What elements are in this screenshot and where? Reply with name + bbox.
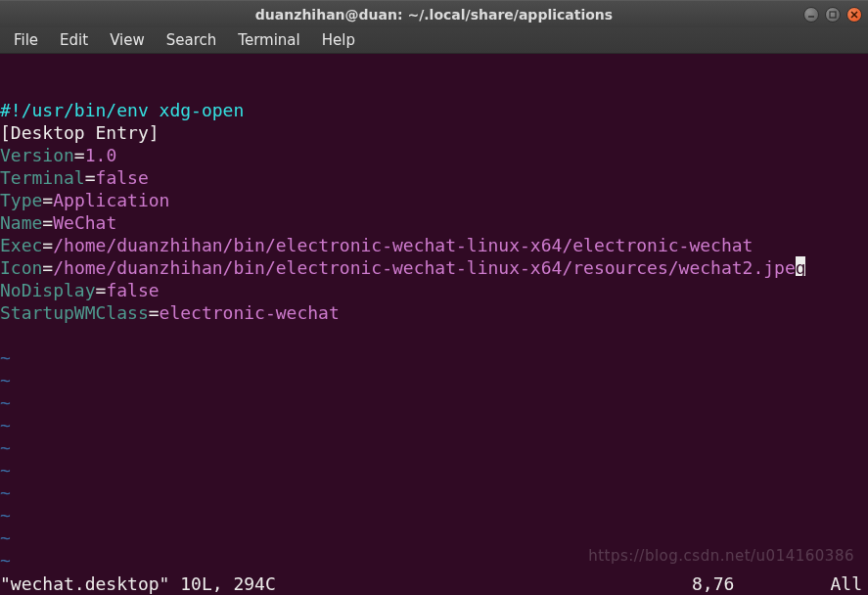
file-line: Name=WeChat (0, 211, 868, 234)
vim-empty-line: ~ (0, 459, 868, 481)
file-line: Terminal=false (0, 166, 868, 189)
file-line: #!/usr/bin/env xdg-open (0, 99, 868, 121)
menu-help[interactable]: Help (312, 28, 365, 52)
window-titlebar: duanzhihan@duan: ~/.local/share/applicat… (0, 0, 868, 27)
file-line: StartupWMClass=electronic-wechat (0, 301, 868, 324)
vim-empty-line: ~ (0, 504, 868, 526)
maximize-button[interactable] (825, 7, 841, 23)
window-title: duanzhihan@duan: ~/.local/share/applicat… (0, 7, 868, 23)
status-file: "wechat.desktop" 10L, 294C (0, 572, 276, 595)
file-line (0, 324, 868, 346)
vim-empty-line: ~ (0, 391, 868, 414)
vim-empty-line: ~ (0, 549, 868, 572)
file-line: Exec=/home/duanzhihan/bin/electronic-wec… (0, 234, 868, 256)
file-line: Icon=/home/duanzhihan/bin/electronic-wec… (0, 256, 868, 279)
vim-empty-line: ~ (0, 369, 868, 391)
file-line: NoDisplay=false (0, 279, 868, 301)
vim-empty-line: ~ (0, 436, 868, 459)
menu-search[interactable]: Search (157, 28, 227, 52)
vim-empty-line: ~ (0, 346, 868, 369)
status-percent: All (799, 572, 868, 595)
vim-empty-line: ~ (0, 526, 868, 549)
file-line: Version=1.0 (0, 144, 868, 166)
window-controls (803, 7, 862, 23)
menubar: File Edit View Search Terminal Help (0, 27, 868, 54)
file-line: [Desktop Entry] (0, 121, 868, 144)
vim-statusline: "wechat.desktop" 10L, 294C 8,76 All (0, 572, 868, 595)
text-cursor: g (796, 256, 805, 276)
menu-file[interactable]: File (4, 28, 48, 52)
terminal-area[interactable]: #!/usr/bin/env xdg-open[Desktop Entry]Ve… (0, 54, 868, 595)
minimize-button[interactable] (803, 7, 819, 23)
status-position: 8,76 (692, 572, 799, 595)
file-line: Type=Application (0, 189, 868, 211)
close-button[interactable] (846, 7, 862, 23)
vim-empty-line: ~ (0, 481, 868, 504)
menu-edit[interactable]: Edit (50, 28, 98, 52)
menu-view[interactable]: View (100, 28, 155, 52)
menu-terminal[interactable]: Terminal (228, 28, 309, 52)
vim-empty-line: ~ (0, 414, 868, 436)
svg-rect-1 (830, 12, 836, 18)
